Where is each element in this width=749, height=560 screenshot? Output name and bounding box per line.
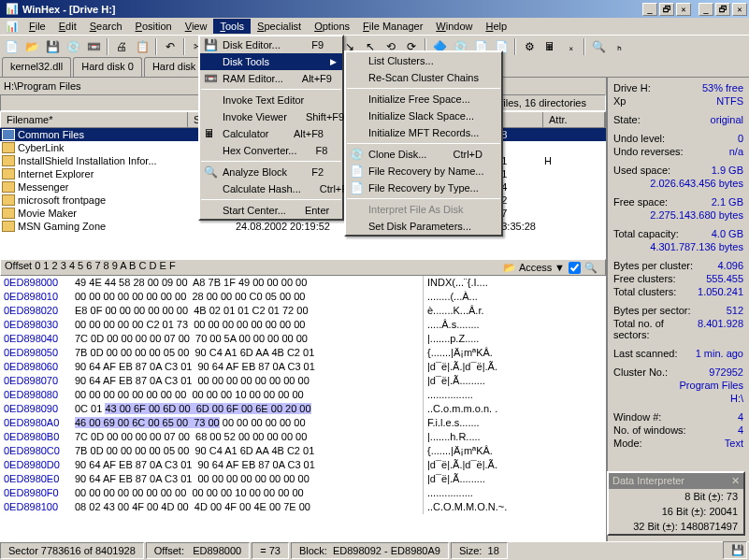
child-close-button[interactable]: ✕ [732, 3, 747, 16]
status-disk-icon: 💾 [723, 541, 747, 559]
hex-row[interactable]: 0ED89801000 00 00 00 00 00 00 00 28 00 0… [0, 290, 606, 304]
info-tns: Total no. of sectors:8.401.928 [612, 317, 745, 341]
info-cn: Cluster No.:972952 [612, 366, 745, 379]
col-filename[interactable]: Filename* [1, 112, 188, 127]
menu-item-calculate-hash-[interactable]: Calculate Hash...Ctrl+F2 [200, 180, 342, 197]
menu-options[interactable]: Options [308, 19, 356, 34]
menu-item-disk-tools[interactable]: Disk Tools▶ [200, 53, 342, 70]
menu-position[interactable]: Position [129, 19, 179, 34]
properties-button[interactable]: 📋 [133, 37, 151, 56]
info-fc: Free clusters:555.455 [612, 272, 745, 285]
hex-row[interactable]: 0ED8980D090 64 AF EB 87 0A C3 01 90 64 A… [0, 458, 606, 472]
hex-row[interactable]: 0ED8980407C 0D 00 00 00 00 07 00 70 00 5… [0, 332, 606, 346]
menu-window[interactable]: Window [429, 19, 479, 34]
menu-item-calculator[interactable]: 🖩CalculatorAlt+F8 [200, 125, 342, 142]
info-fs: XpNTFS [612, 94, 745, 108]
hex-row[interactable]: 0ED89810008 02 43 00 4F 00 4D 00 4D 00 4… [0, 500, 606, 514]
hex-row[interactable]: 0ED898020E8 0F 00 00 00 00 00 00 4B 02 0… [0, 304, 606, 318]
mdi-icon: 📊 [6, 21, 19, 33]
info-undo: Undo level:0 [612, 132, 745, 145]
di-8bit: 8 Bit (±): 73 [609, 489, 743, 504]
undo-button[interactable]: ↶ [161, 37, 180, 56]
menu-item-invoke-viewer[interactable]: Invoke ViewerShift+F9 [200, 108, 342, 125]
calc-button[interactable]: 🖩 [540, 37, 559, 56]
menu-item-analyze-block[interactable]: 🔍Analyze BlockF2 [200, 164, 342, 180]
tools-menu[interactable]: 💾Disk Editor...F9Disk Tools▶📼RAM Editor.… [198, 35, 344, 221]
hex-row[interactable]: 0ED8980900C 01 43 00 6F 00 6D 00 6D 00 6… [0, 402, 606, 416]
col-attr[interactable]: Attr. [543, 112, 605, 127]
status-eq: = 73 [252, 542, 289, 559]
menu-item-re-scan-cluster-chains[interactable]: Re-Scan Cluster Chains [346, 69, 501, 86]
menu-item-set-disk-parameters-[interactable]: Set Disk Parameters... [346, 218, 501, 235]
tab-0[interactable]: kernel32.dll [2, 57, 71, 77]
new-button[interactable]: 📄 [2, 37, 21, 56]
data-interpreter[interactable]: Data Interpreter✕ 8 Bit (±): 73 16 Bit (… [607, 471, 745, 536]
menu-item-start-center-[interactable]: Start Center...Enter [200, 202, 342, 219]
menu-item-interpret-file-as-disk: Interpret File As Disk [346, 201, 501, 218]
hex-button[interactable]: ₓ [561, 37, 580, 56]
child-minimize-button[interactable]: _ [699, 3, 713, 16]
hex-row[interactable]: 0ED8980C07B 0D 00 00 00 00 05 00 90 C4 A… [0, 444, 606, 458]
hex-header: Offset 0 1 2 3 4 5 6 7 8 9 A B C D E F 📂… [0, 259, 606, 276]
window-title: WinHex - [Drive H:] [22, 4, 116, 15]
hex-row[interactable]: 0ED8980B07C 0D 00 00 00 00 07 00 68 00 5… [0, 430, 606, 444]
di-32bit: 32 Bit (±): 1480871497 [609, 519, 743, 534]
hex-row[interactable]: 0ED8980A046 00 69 00 6C 00 65 00 73 00 0… [0, 416, 606, 430]
hex-row[interactable]: 0ED89803000 00 00 00 00 C2 01 73 00 00 0… [0, 318, 606, 332]
access-dropdown[interactable]: 📂 Access ▼ [503, 262, 565, 274]
hex-row[interactable]: 0ED8980E090 64 AF EB 87 0A C3 01 00 00 0… [0, 472, 606, 486]
save-button[interactable]: 💾 [43, 37, 62, 56]
menu-item-invoke-text-editor[interactable]: Invoke Text Editor [200, 92, 342, 108]
menu-specialist[interactable]: Specialist [251, 19, 308, 34]
close-icon[interactable]: ✕ [731, 475, 740, 487]
open-button[interactable]: 📂 [22, 37, 41, 56]
find-hex-button[interactable]: ₕ [610, 37, 628, 56]
ram-button[interactable]: 📼 [84, 37, 103, 56]
print-button[interactable]: 🖨 [112, 37, 131, 56]
info-total: Total capacity:4.0 GB [612, 227, 745, 240]
hex-row[interactable]: 0ED8980F000 00 00 00 00 00 00 00 00 00 0… [0, 486, 606, 500]
hex-row[interactable]: 0ED89808000 00 00 00 00 00 00 00 00 00 0… [0, 388, 606, 402]
menu-file[interactable]: File [22, 19, 52, 34]
restore-button[interactable]: 🗗 [659, 3, 674, 16]
menu-item-initialize-slack-space-[interactable]: Initialize Slack Space... [346, 108, 501, 124]
hex-row[interactable]: 0ED89806090 64 AF EB 87 0A C3 01 90 64 A… [0, 360, 606, 374]
info-mode: Mode:Text [612, 437, 745, 450]
menu-item-disk-editor-[interactable]: 💾Disk Editor...F9 [200, 36, 342, 53]
menu-view[interactable]: View [179, 19, 214, 34]
menu-tools[interactable]: Tools [213, 19, 251, 34]
info-freeb: 2.275.143.680 bytes [612, 208, 745, 222]
hex-row[interactable]: 0ED8980507B 0D 00 00 00 00 05 00 90 C4 A… [0, 346, 606, 360]
menu-item-list-clusters-[interactable]: List Clusters... [346, 52, 501, 69]
menu-item-initialize-free-space-[interactable]: Initialize Free Space... [346, 91, 501, 108]
info-ls: Last scanned:1 min. ago [612, 347, 745, 360]
close-button[interactable]: ✕ [676, 3, 691, 16]
tab-1[interactable]: Hard disk 0 [73, 57, 142, 77]
menu-item-file-recovery-by-type-[interactable]: 📄File Recovery by Type... [346, 179, 501, 196]
hex-row[interactable]: 0ED89800049 4E 44 58 28 00 09 00 A8 7B 1… [0, 276, 606, 290]
menu-item-initialize-mft-records-[interactable]: Initialize MFT Records... [346, 124, 501, 141]
hex-row[interactable]: 0ED89807090 64 AF EB 87 0A C3 01 00 00 0… [0, 374, 606, 388]
menu-help[interactable]: Help [479, 19, 513, 34]
hex-area[interactable]: 0ED89800049 4E 44 58 28 00 09 00 A8 7B 1… [0, 276, 606, 541]
find-button[interactable]: 🔍 [589, 37, 608, 56]
disk-button[interactable]: 💿 [64, 37, 82, 56]
info-drive: Drive H:53% free [612, 81, 745, 94]
info-usedb: 2.026.643.456 bytes [612, 177, 745, 190]
info-state: State:original [612, 113, 745, 126]
menu-search[interactable]: Search [83, 19, 129, 34]
menu-item-clone-disk-[interactable]: 💿Clone Disk...Ctrl+D [346, 146, 501, 163]
menu-item-ram-editor-[interactable]: 📼RAM Editor...Alt+F9 [200, 70, 342, 87]
refresh-icon[interactable]: 🔍 [584, 262, 598, 274]
options-button[interactable]: ⚙ [520, 37, 539, 56]
menu-edit[interactable]: Edit [52, 19, 83, 34]
child-restore-button[interactable]: 🗗 [715, 3, 730, 16]
access-checkbox[interactable] [569, 262, 581, 274]
menu-item-file-recovery-by-name-[interactable]: 📄File Recovery by Name... [346, 163, 501, 179]
dir-row[interactable]: MSN Gaming Zone24.08.2002 20:19:5224.08.… [0, 220, 606, 233]
info-bpc: Bytes per cluster:4.096 [612, 259, 745, 272]
disk-tools-menu[interactable]: List Clusters...Re-Scan Cluster ChainsIn… [344, 50, 503, 237]
minimize-button[interactable]: _ [642, 3, 657, 16]
menu-file-manager[interactable]: File Manager [356, 19, 429, 34]
menu-item-hex-converter-[interactable]: Hex Converter...F8 [200, 142, 342, 159]
